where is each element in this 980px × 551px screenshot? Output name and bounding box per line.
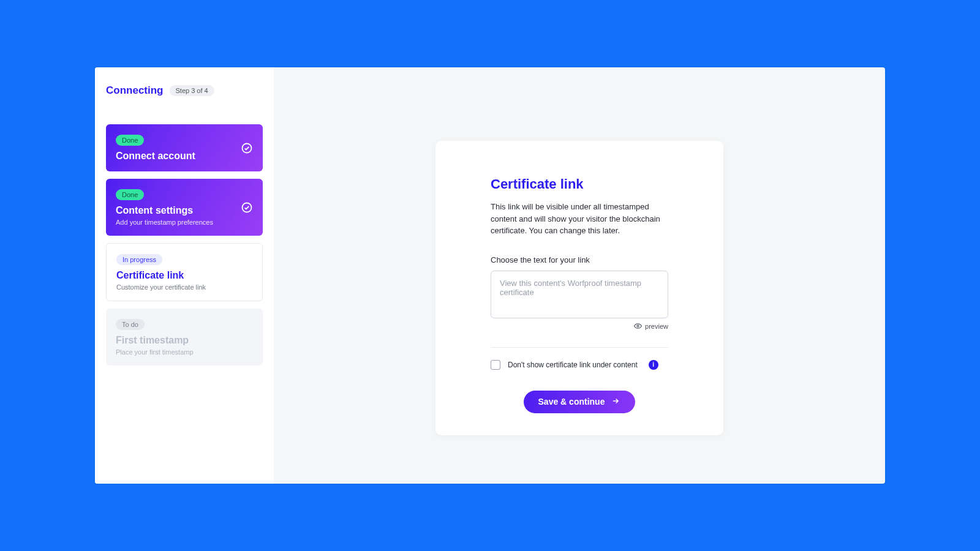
step-subtitle: Place your first timestamp xyxy=(116,348,253,356)
status-badge: To do xyxy=(116,319,145,330)
hide-link-option: Don't show certificate link under conten… xyxy=(491,347,668,370)
eye-icon xyxy=(634,322,642,331)
sidebar-title: Connecting xyxy=(106,84,164,97)
status-badge: Done xyxy=(116,135,144,146)
save-continue-button[interactable]: Save & continue xyxy=(524,391,636,413)
check-icon xyxy=(241,142,253,154)
step-first-timestamp[interactable]: To do First timestamp Place your first t… xyxy=(106,309,263,365)
steps-list: Done Connect account Done Content settin… xyxy=(106,124,263,365)
step-title: Certificate link xyxy=(116,270,252,281)
hide-link-checkbox[interactable] xyxy=(491,360,500,370)
page-title: Certificate link xyxy=(491,176,668,192)
link-text-label: Choose the text for your link xyxy=(491,255,668,264)
arrow-right-icon xyxy=(611,397,620,407)
step-connect-account[interactable]: Done Connect account xyxy=(106,124,263,171)
step-title: Connect account xyxy=(116,151,253,162)
step-title: Content settings xyxy=(116,205,253,216)
step-subtitle: Add your timestamp preferences xyxy=(116,219,253,226)
description: This link will be visible under all time… xyxy=(491,201,668,237)
hide-link-label: Don't show certificate link under conten… xyxy=(508,361,638,369)
link-text-input[interactable] xyxy=(491,271,668,318)
step-title: First timestamp xyxy=(116,335,253,346)
check-icon xyxy=(241,201,253,214)
step-content-settings[interactable]: Done Content settings Add your timestamp… xyxy=(106,179,263,236)
main: Certificate link This link will be visib… xyxy=(274,67,885,484)
status-badge: Done xyxy=(116,189,144,200)
cta-label: Save & continue xyxy=(538,397,605,407)
status-badge: In progress xyxy=(116,254,162,265)
svg-point-2 xyxy=(637,324,639,326)
step-certificate-link[interactable]: In progress Certificate link Customize y… xyxy=(106,243,263,301)
step-indicator: Step 3 of 4 xyxy=(170,85,214,96)
step-subtitle: Customize your certificate link xyxy=(116,283,252,291)
app-window: Connecting Step 3 of 4 Done Connect acco… xyxy=(95,67,885,484)
preview-label: preview xyxy=(645,323,668,330)
sidebar: Connecting Step 3 of 4 Done Connect acco… xyxy=(95,67,274,484)
form-card: Certificate link This link will be visib… xyxy=(435,141,723,435)
info-icon[interactable]: i xyxy=(649,360,658,370)
sidebar-header: Connecting Step 3 of 4 xyxy=(106,84,263,97)
preview-link[interactable]: preview xyxy=(491,322,668,331)
